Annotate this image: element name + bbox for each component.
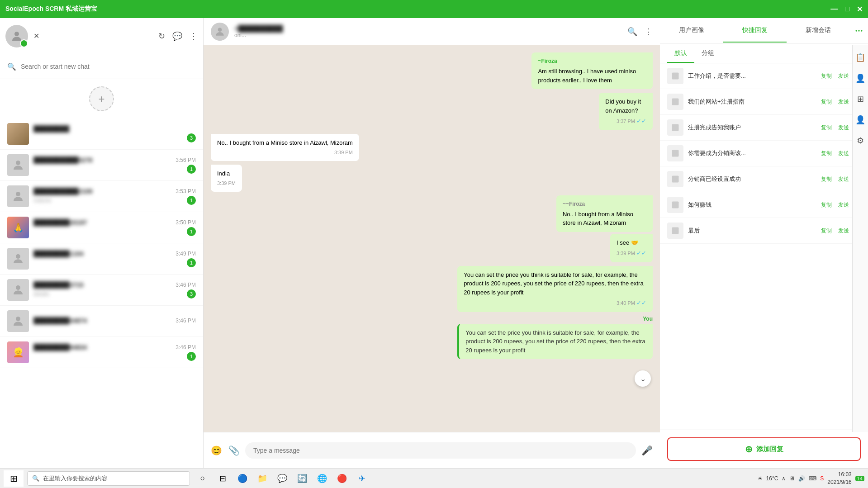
chat-item[interactable]: ██████████5278 3:56 PM 1 bbox=[0, 150, 203, 181]
notification-badge[interactable]: 14 bbox=[855, 476, 864, 481]
network-icon[interactable]: 🖥 bbox=[789, 475, 795, 482]
sub-tab-group[interactable]: 分组 bbox=[694, 45, 721, 63]
add-reply-button[interactable]: ⊕ 添加回复 bbox=[667, 437, 861, 461]
send-button[interactable]: 发送 bbox=[836, 123, 851, 133]
weather-temp: 16°C bbox=[766, 475, 778, 482]
send-button[interactable]: 发送 bbox=[836, 175, 851, 184]
close-icon[interactable]: ✕ bbox=[33, 32, 39, 40]
taskbar-app-widget[interactable]: ⊟ bbox=[213, 470, 232, 487]
taskbar-app-nav[interactable]: ✈ bbox=[353, 470, 371, 487]
add-chat-button[interactable]: + bbox=[89, 86, 114, 111]
taskbar-app-blue[interactable]: 🔵 bbox=[233, 470, 251, 487]
contacts-icon[interactable]: 📋 bbox=[855, 52, 865, 62]
copy-button[interactable]: 复制 bbox=[819, 123, 834, 133]
scroll-down-button[interactable]: ⌄ bbox=[635, 370, 651, 387]
taskbar-app-wechat[interactable]: 💬 bbox=[273, 470, 291, 487]
more-icon[interactable]: ⋮ bbox=[645, 27, 653, 37]
quick-reply-list: 工作介绍，是否需要... 复制 发送 ⋮ 我们的网站+注册指南 复制 发送 ⋮ bbox=[660, 63, 868, 430]
message-input[interactable] bbox=[245, 442, 636, 459]
chat-name: ██████████2109 bbox=[33, 188, 92, 195]
search-bar[interactable]: 🔍 bbox=[0, 54, 203, 79]
taskbar-clock: 16:03 2021/9/16 bbox=[827, 471, 851, 486]
message-time: 3:40 PM ✓✓ bbox=[464, 298, 646, 308]
chat-info: ██████████2109 3:53 PM roducts 1 bbox=[33, 188, 196, 205]
chat-item[interactable]: ██████████2109 3:53 PM roducts 1 bbox=[0, 181, 203, 212]
right-panel: 用户画像 快捷回复 新增会话 默认 分组 👤 工作介绍，是否需要... 复制 bbox=[660, 18, 868, 468]
main-container: ✕ ↻ 💬 ⋮ 🔍 + ████████ bbox=[0, 18, 868, 468]
more-tabs-icon[interactable] bbox=[850, 26, 868, 35]
send-button[interactable]: 发送 bbox=[836, 97, 851, 107]
volume-icon[interactable]: 🔊 bbox=[798, 475, 805, 482]
right-sub-tabs: 默认 分组 👤 bbox=[660, 43, 868, 63]
attachment-icon[interactable]: 📎 bbox=[228, 445, 240, 456]
send-button[interactable]: 发送 bbox=[836, 149, 851, 158]
settings-person-icon[interactable]: 👤 bbox=[855, 73, 865, 83]
copy-button[interactable]: 复制 bbox=[819, 149, 834, 158]
chat-input-icons: 😊 📎 bbox=[211, 445, 240, 456]
message-bubble: I see 🤝 3:39 PM ✓✓ bbox=[610, 234, 653, 262]
copy-button[interactable]: 复制 bbox=[819, 200, 834, 210]
svg-point-11 bbox=[674, 74, 675, 76]
quick-reply-image-icon bbox=[667, 197, 683, 213]
quick-reply-text: 注册完成告知我账户 bbox=[688, 123, 815, 132]
unread-badge: 1 bbox=[187, 352, 196, 361]
more-icon[interactable]: ⋮ bbox=[190, 31, 198, 41]
chat-name: ████████94834 bbox=[33, 344, 87, 351]
taskbar-app-edge[interactable]: 🌐 bbox=[313, 470, 331, 487]
copy-button[interactable]: 复制 bbox=[819, 71, 834, 81]
chat-icon[interactable]: 💬 bbox=[172, 31, 182, 41]
message-text: India bbox=[217, 170, 230, 177]
close-button[interactable]: ✕ bbox=[857, 5, 863, 14]
copy-button[interactable]: 复制 bbox=[819, 175, 834, 184]
emoji-icon[interactable]: 😊 bbox=[211, 445, 222, 456]
microphone-icon[interactable]: 🎤 bbox=[641, 445, 653, 456]
tab-new-chat[interactable]: 新增会话 bbox=[787, 19, 850, 43]
unread-badge: 1 bbox=[187, 258, 196, 267]
minimize-button[interactable]: — bbox=[830, 5, 838, 14]
chat-header: +██████████ oni... 🔍 ⋮ bbox=[204, 18, 660, 45]
taskbar-app-folder[interactable]: 📁 bbox=[253, 470, 271, 487]
svg-point-21 bbox=[674, 203, 675, 204]
send-button[interactable]: 发送 bbox=[836, 226, 851, 236]
svg-point-15 bbox=[674, 126, 675, 127]
start-button[interactable]: ⊞ bbox=[4, 470, 24, 487]
message-group-outgoing: ~Firoza Am still browsing.. I have used … bbox=[466, 52, 653, 89]
copy-button[interactable]: 复制 bbox=[819, 97, 834, 107]
chat-panel: +██████████ oni... 🔍 ⋮ ~Firoza Am still … bbox=[204, 18, 660, 468]
unread-badge: 1 bbox=[187, 165, 196, 174]
chat-avatar bbox=[7, 185, 29, 207]
taskbar-search[interactable]: 🔍 在里输入你要搜索的内容 bbox=[27, 471, 190, 486]
chat-item[interactable]: 👱 ████████94834 3:46 PM 1 bbox=[0, 337, 203, 368]
chat-item[interactable]: ████████3715 3:46 PM details 3 bbox=[0, 275, 203, 306]
chat-name: ████████1104 bbox=[33, 250, 84, 257]
chat-item[interactable]: ████████34874 3:46 PM bbox=[0, 306, 203, 337]
chat-contact-name: +██████████ bbox=[234, 25, 283, 32]
chat-item[interactable]: 🙏 ████████20197 3:50 PM 1 bbox=[0, 212, 203, 243]
taskbar-app-chrome[interactable]: 🔴 bbox=[333, 470, 351, 487]
send-button[interactable]: 发送 bbox=[836, 71, 851, 81]
search-icon[interactable]: 🔍 bbox=[627, 27, 637, 37]
refresh-icon[interactable]: ↻ bbox=[158, 31, 165, 41]
keyboard-icon[interactable]: ⌨ bbox=[809, 475, 816, 482]
taskbar-app-circle[interactable]: ○ bbox=[194, 470, 212, 487]
maximize-button[interactable]: □ bbox=[845, 5, 849, 14]
message-text: No.. I bought from a Miniso store in Aiz… bbox=[563, 211, 633, 227]
tab-quick-reply[interactable]: 快捷回复 bbox=[723, 19, 787, 43]
tab-user-portrait[interactable]: 用户画像 bbox=[660, 19, 723, 43]
chat-item[interactable]: ████████ 3 bbox=[0, 118, 203, 150]
message-group-outgoing2: ~~Firoza No.. I bought from a Miniso sto… bbox=[504, 195, 653, 262]
grid-icon[interactable]: ⊞ bbox=[857, 94, 864, 104]
system-tray-up[interactable]: ∧ bbox=[782, 475, 786, 482]
chat-info: ████████34874 3:46 PM bbox=[33, 317, 196, 325]
chat-item[interactable]: ████████1104 3:49 PM 1 bbox=[0, 243, 203, 275]
gear-icon[interactable]: ⚙ bbox=[857, 136, 864, 146]
copy-button[interactable]: 复制 bbox=[819, 226, 834, 236]
chat-time: 3:56 PM bbox=[175, 157, 196, 163]
profile-icon[interactable]: 👤 bbox=[855, 115, 865, 125]
sub-tab-default[interactable]: 默认 bbox=[667, 45, 694, 63]
right-icon-strip: 📋 👤 ⊞ 👤 ⚙ bbox=[852, 45, 868, 432]
taskbar-app-green[interactable]: 🔄 bbox=[293, 470, 311, 487]
search-input[interactable] bbox=[21, 63, 196, 70]
send-button[interactable]: 发送 bbox=[836, 200, 851, 210]
chat-avatar: 👱 bbox=[7, 341, 29, 363]
